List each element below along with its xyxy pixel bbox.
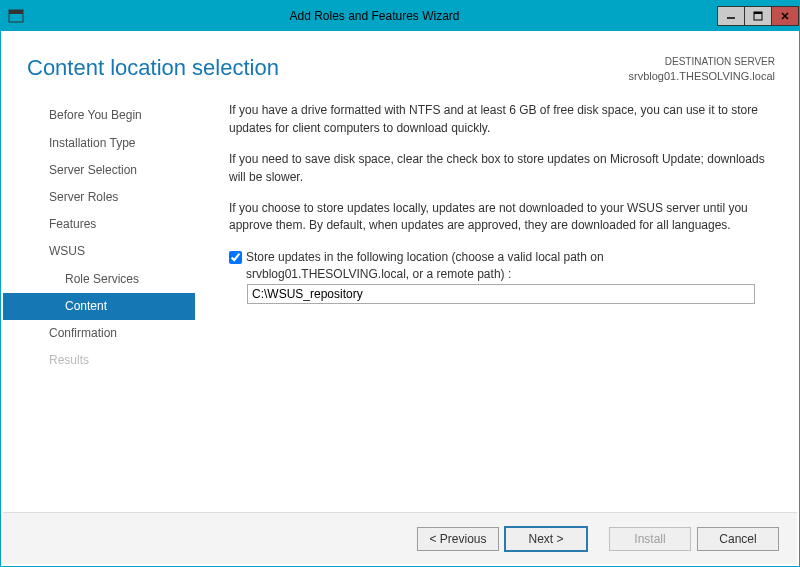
- window-title: Add Roles and Features Wizard: [31, 9, 718, 23]
- maximize-button[interactable]: [744, 6, 772, 26]
- sidebar-item-installation-type[interactable]: Installation Type: [3, 130, 195, 157]
- window-controls: [718, 6, 799, 26]
- sidebar: Before You Begin Installation Type Serve…: [3, 96, 195, 512]
- store-updates-label-line1: Store updates in the following location …: [246, 250, 604, 264]
- page-title: Content location selection: [27, 55, 628, 81]
- footer: < Previous Next > Install Cancel: [3, 512, 797, 564]
- app-icon: [1, 1, 31, 31]
- minimize-button[interactable]: [717, 6, 745, 26]
- next-button[interactable]: Next >: [505, 527, 587, 551]
- paragraph-2: If you need to save disk space, clear th…: [229, 151, 769, 186]
- wizard-body: Content location selection DESTINATION S…: [1, 31, 799, 566]
- header: Content location selection DESTINATION S…: [3, 33, 797, 96]
- sidebar-item-content[interactable]: Content: [3, 293, 195, 320]
- paragraph-1: If you have a drive formatted with NTFS …: [229, 102, 769, 137]
- close-button[interactable]: [771, 6, 799, 26]
- store-path-input[interactable]: [247, 284, 755, 304]
- titlebar: Add Roles and Features Wizard: [1, 1, 799, 31]
- destination-label: DESTINATION SERVER: [628, 55, 775, 69]
- sidebar-item-server-selection[interactable]: Server Selection: [3, 157, 195, 184]
- sidebar-item-role-services[interactable]: Role Services: [3, 266, 195, 293]
- destination-server-block: DESTINATION SERVER srvblog01.THESOLVING.…: [628, 55, 775, 84]
- main-area: Before You Begin Installation Type Serve…: [3, 96, 797, 512]
- store-updates-row: Store updates in the following location …: [229, 249, 769, 284]
- install-button: Install: [609, 527, 691, 551]
- destination-value: srvblog01.THESOLVING.local: [628, 69, 775, 84]
- previous-button[interactable]: < Previous: [417, 527, 499, 551]
- sidebar-item-wsus[interactable]: WSUS: [3, 238, 195, 265]
- sidebar-item-results: Results: [3, 347, 195, 374]
- store-updates-label-line2: srvblog01.THESOLVING.local, or a remote …: [246, 267, 511, 281]
- paragraph-3: If you choose to store updates locally, …: [229, 200, 769, 235]
- sidebar-item-before-you-begin[interactable]: Before You Begin: [3, 102, 195, 129]
- content-pane: If you have a drive formatted with NTFS …: [195, 96, 797, 512]
- cancel-button[interactable]: Cancel: [697, 527, 779, 551]
- svg-rect-1: [9, 10, 23, 14]
- sidebar-item-features[interactable]: Features: [3, 211, 195, 238]
- store-updates-checkbox[interactable]: [229, 251, 242, 264]
- sidebar-item-server-roles[interactable]: Server Roles: [3, 184, 195, 211]
- sidebar-item-confirmation[interactable]: Confirmation: [3, 320, 195, 347]
- wizard-window: Add Roles and Features Wizard Content lo…: [0, 0, 800, 567]
- store-updates-label[interactable]: Store updates in the following location …: [246, 249, 769, 284]
